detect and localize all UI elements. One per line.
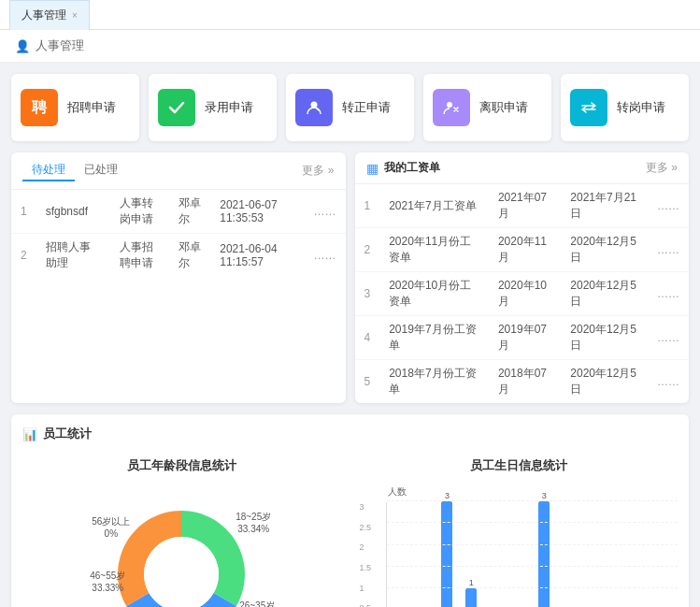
y-axis: 32.521.510.50 [360, 502, 372, 607]
transfer-label: 转岗申请 [617, 99, 665, 116]
chevron-right-icon: » [328, 164, 335, 177]
action-card-hire[interactable]: 录用申请 [149, 74, 277, 141]
row-id: 招聘人事助理 [36, 234, 110, 278]
row-type: 人事转岗申请 [110, 190, 169, 234]
action-card-recruit[interactable]: 聘 招聘申请 [11, 74, 139, 141]
todo-panel: 待处理 已处理 更多 » 1 sfgbnsdf 人事转岗申请 邓卓尔 2021-… [11, 152, 346, 403]
bar-rect [441, 501, 452, 607]
page-title: 人事管理 [36, 37, 84, 54]
bar-column: 3 [532, 491, 556, 607]
row-date: 2021-06-04 11:15:57 [210, 234, 304, 278]
todo-tabs: 待处理 已处理 [22, 160, 127, 181]
regularize-label: 转正申请 [342, 99, 391, 116]
y-tick: 3 [360, 502, 372, 512]
resign-icon [433, 89, 470, 126]
row-op[interactable]: …… [648, 316, 689, 360]
row-type: 人事招聘申请 [110, 234, 169, 278]
row-person: 邓卓尔 [169, 234, 210, 278]
salary-table: 1 2021年7月工资单 2021年07月 2021年7月21日 …… 2 20… [355, 184, 690, 403]
stats-title: 员工统计 [43, 426, 92, 442]
grid-line [387, 566, 679, 567]
todo-panel-header: 待处理 已处理 更多 » [11, 152, 346, 190]
age-chart-title: 员工年龄段信息统计 [22, 457, 341, 474]
grid-line [387, 500, 679, 501]
resign-label: 离职申请 [479, 99, 528, 116]
label-26-35: 26~35岁33.33% [239, 600, 275, 607]
row-num: 2 [11, 234, 36, 278]
donut-chart-area: 56岁以上0% 46~55岁33.33% 36~45岁0% 18~25岁33.3… [88, 485, 275, 607]
grid-line [387, 522, 679, 523]
row-person: 邓卓尔 [169, 190, 210, 234]
recruit-label: 招聘申请 [67, 99, 116, 116]
row-op[interactable]: …… [648, 228, 689, 272]
regularize-icon [295, 89, 333, 126]
row-date: 2020年12月5日 [561, 272, 648, 316]
bar-column: 1 [459, 578, 483, 607]
grid-line [387, 587, 679, 588]
bar-value: 3 [542, 491, 547, 500]
salary-row: 4 2019年7月份工资单 2019年07月 2020年12月5日 …… [355, 316, 690, 360]
bars-area: 003100300000 [386, 502, 679, 607]
bar-rect [465, 588, 477, 607]
row-date: 2021-06-07 11:35:53 [210, 190, 304, 234]
bar-chart-outer: 32.521.510.500031003000001月2月3月4月5月6月7月8… [360, 502, 679, 607]
row-op[interactable]: …… [304, 190, 345, 234]
row-num: 3 [355, 272, 380, 316]
grid-line [387, 544, 679, 545]
person-icon: 👤 [15, 39, 30, 53]
birthday-chart-title: 员工生日信息统计 [360, 457, 679, 474]
row-date: 2021年7月21日 [561, 184, 648, 228]
action-card-transfer[interactable]: 转岗申请 [561, 74, 689, 141]
action-card-regularize[interactable]: 转正申请 [286, 74, 414, 141]
row-name: 2019年7月份工资单 [379, 316, 489, 360]
recruit-icon: 聘 [21, 89, 58, 126]
bar-chart-root: 32.521.510.500031003000001月2月3月4月5月6月7月8… [360, 502, 679, 607]
transfer-icon [570, 89, 607, 126]
label-56plus: 56岁以上0% [92, 515, 130, 540]
row-month: 2020年11月 [489, 228, 561, 272]
tab-hr[interactable]: 人事管理 × [9, 0, 90, 30]
salary-icon: ▦ [366, 161, 379, 176]
row-op[interactable]: …… [304, 234, 345, 278]
row-op[interactable]: …… [648, 272, 689, 316]
y-tick: 0.5 [360, 603, 372, 607]
label-18-25: 18~25岁33.34% [236, 511, 271, 535]
action-cards: 聘 招聘申请 录用申请 转正申请 离职申请 转岗申请 [11, 74, 689, 141]
salary-row: 1 2021年7月工资单 2021年07月 2021年7月21日 …… [355, 184, 690, 228]
tab-pending[interactable]: 待处理 [22, 160, 75, 181]
row-date: 2020年12月5日 [561, 228, 648, 272]
y-axis-label: 人数 [360, 485, 679, 499]
row-name: 2020年10月份工资单 [379, 272, 489, 316]
row-name: 2018年7月份工资单 [379, 360, 489, 404]
salary-more-button[interactable]: 更多 » [646, 160, 678, 176]
tab-close-button[interactable]: × [72, 10, 78, 21]
row-month: 2021年07月 [489, 184, 561, 228]
row-num: 2 [355, 228, 380, 272]
salary-panel-header: ▦ 我的工资单 更多 » [355, 152, 690, 184]
salary-row: 2 2020年11月份工资单 2020年11月 2020年12月5日 …… [355, 228, 690, 272]
row-op[interactable]: …… [648, 184, 689, 228]
row-name: 2020年11月份工资单 [379, 228, 489, 272]
todo-more-button[interactable]: 更多 » [302, 163, 334, 179]
row-month: 2018年07月 [489, 360, 561, 404]
stats-header: 📊 员工统计 [22, 426, 678, 442]
row-date: 2020年12月5日 [561, 360, 648, 404]
bar-rect [538, 501, 550, 607]
tab-processed[interactable]: 已处理 [75, 160, 127, 181]
bar-value: 3 [445, 491, 450, 500]
main-content: 聘 招聘申请 录用申请 转正申请 离职申请 转岗申请 [0, 63, 700, 607]
page-header: 👤 人事管理 [0, 30, 700, 63]
row-num: 1 [11, 190, 36, 234]
action-card-resign[interactable]: 离职申请 [423, 74, 551, 141]
todo-table: 1 sfgbnsdf 人事转岗申请 邓卓尔 2021-06-07 11:35:5… [11, 190, 346, 277]
row-id: sfgbnsdf [36, 190, 110, 234]
row-num: 5 [355, 360, 380, 404]
y-tick: 2 [360, 542, 372, 552]
label-46-55: 46~55岁33.33% [90, 570, 125, 594]
row-op[interactable]: …… [648, 360, 689, 404]
row-num: 4 [355, 316, 380, 360]
two-col-panels: 待处理 已处理 更多 » 1 sfgbnsdf 人事转岗申请 邓卓尔 2021-… [11, 152, 689, 403]
todo-row: 1 sfgbnsdf 人事转岗申请 邓卓尔 2021-06-07 11:35:5… [11, 190, 346, 234]
stats-charts: 员工年龄段信息统计 [22, 457, 678, 607]
y-tick: 1 [360, 584, 372, 593]
